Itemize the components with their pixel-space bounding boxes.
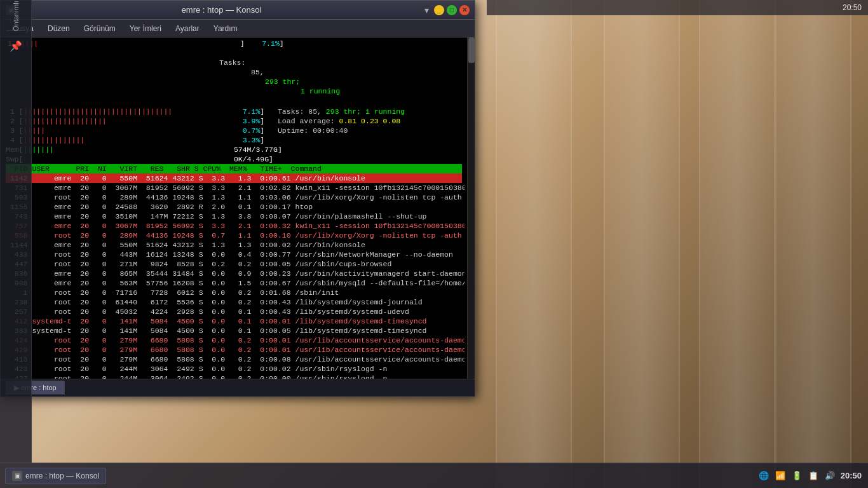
window-title: emre : htop — Konsol [21, 5, 422, 15]
taskbar-right: 🌐 📶 🔋 📋 🔊 20:50 [752, 470, 868, 482]
menu-bar: Dosya Düzen Görünüm Yer İmleri Ayarlar Y… [1, 20, 475, 37]
terminal-content: 1 [|||| ] 7.1%] Tasks: 85, 293 thr; 1 ru… [1, 37, 467, 379]
kde-top-panel: 20:50 [487, 0, 868, 15]
window-dropdown-button[interactable]: ▾ [422, 5, 431, 15]
maximize-button[interactable]: □ [447, 5, 457, 15]
taskbar-app-label: emre : htop — Konsol [25, 471, 99, 480]
menu-item-duzen[interactable]: Düzen [41, 22, 76, 36]
scrollbar-thumb[interactable] [468, 37, 475, 63]
panel-label: Öntanımlı [12, 1, 20, 31]
taskbar-clock: 20:50 [841, 471, 862, 480]
cpu-tasks: Tasks: 85, 293 thr; 1 running [3, 48, 465, 105]
title-bar: ▣ emre : htop — Konsol ▾ _ □ ✕ [1, 1, 475, 20]
menu-item-yerimleri[interactable]: Yer İmleri [123, 22, 168, 36]
bg-column-3 [699, 0, 775, 488]
battery-tray-icon[interactable]: 🔋 [791, 470, 803, 482]
menu-item-ayarlar[interactable]: Ayarlar [169, 22, 206, 36]
taskbar-app-button[interactable]: ▣ emre : htop — Konsol [5, 468, 106, 484]
network-tray-icon[interactable]: 🌐 [758, 470, 770, 482]
volume-tray-icon[interactable]: 🔊 [824, 470, 836, 482]
bg-column-4 [775, 0, 851, 488]
close-button[interactable]: ✕ [459, 5, 470, 15]
taskbar: ▣ emre : htop — Konsol 🌐 📶 🔋 📋 🔊 20:50 [0, 463, 868, 488]
window-controls: ▾ _ □ ✕ [422, 5, 470, 15]
cpu-line-1: 1 [|||| ] 7.1%] [3, 39, 465, 48]
terminal-area[interactable]: 1 [|||| ] 7.1%] Tasks: 85, 293 thr; 1 ru… [1, 37, 475, 379]
terminal-scrollbar[interactable] [467, 37, 475, 379]
system-clock: 20:50 [843, 3, 862, 12]
bg-column-1 [496, 0, 572, 488]
taskbar-left: ▣ emre : htop — Konsol [0, 468, 114, 484]
tab-bar: ▶ emre : htop [1, 379, 475, 396]
left-panel: Öntanımlı 📌 [0, 0, 32, 463]
panel-default-item[interactable]: Öntanımlı [3, 3, 29, 29]
bg-column-2 [604, 0, 680, 488]
wifi-tray-icon[interactable]: 📶 [775, 470, 786, 482]
app-icon: ▣ [12, 471, 22, 481]
konsole-window: ▣ emre : htop — Konsol ▾ _ □ ✕ Dosya Düz… [0, 0, 475, 397]
menu-item-gorunum[interactable]: Görünüm [78, 22, 122, 36]
minimize-button[interactable]: _ [434, 5, 444, 15]
panel-pin-icon[interactable]: 📌 [3, 33, 29, 58]
clipboard-tray-icon[interactable]: 📋 [808, 470, 819, 482]
menu-item-yardim[interactable]: Yardım [207, 22, 244, 36]
